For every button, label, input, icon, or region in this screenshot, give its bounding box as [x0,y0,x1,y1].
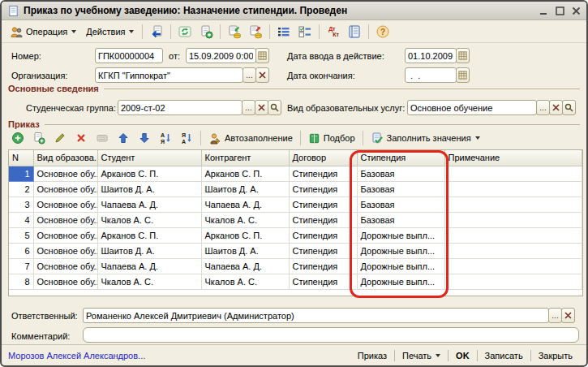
column-header-contract[interactable]: Договор [289,150,357,166]
student-group-input[interactable] [118,100,242,115]
cell-education-type[interactable]: Основное обу... [33,258,97,274]
cell-note[interactable] [444,274,582,289]
cell-note[interactable] [444,227,582,243]
cell-note[interactable] [444,196,582,212]
cell-education-type[interactable]: Основное обу... [33,181,97,196]
student-group-open-button[interactable] [268,100,281,115]
table-row[interactable]: 5 Основное обу... Арканов С. П. Арканов … [9,227,582,243]
cell-contractor[interactable]: Шаитов Д. А. [201,181,289,196]
column-header-note[interactable]: Примечание [444,150,582,166]
responsible-select-button[interactable]: ... [548,308,562,323]
sort-ascending-button[interactable]: АЯ [156,129,175,147]
cell-n[interactable]: 8 [9,274,33,289]
cell-student[interactable]: Чапаева А. Д. [97,258,201,274]
cell-scholarship[interactable]: Дорожные выпл... [357,258,444,274]
cell-student[interactable]: Чкалов А. С. [97,212,201,227]
refresh-button[interactable] [175,23,195,41]
cell-contractor[interactable]: Арканов С. П. [201,227,289,243]
cell-n[interactable]: 5 [9,227,33,243]
effective-date-input[interactable] [405,48,457,63]
new-document-button[interactable] [196,23,216,41]
student-group-clear-button[interactable] [255,100,268,115]
cell-contract[interactable]: Стипендия [289,243,357,258]
cell-scholarship[interactable]: Базовая [357,196,444,212]
checklist-button[interactable] [295,23,315,41]
cell-education-type[interactable]: Основное обу... [33,196,97,212]
responsible-input[interactable] [83,308,549,323]
table-row[interactable]: 8 Основное обу... Чкалов А. С. Чкалов А.… [9,274,582,289]
fill-values-button[interactable]: Заполнить значения [367,130,483,147]
column-header-student[interactable]: Студент [97,150,201,166]
student-group-select-button[interactable]: ... [242,100,255,115]
close-button[interactable] [572,6,581,15]
cell-student[interactable]: Чкалов А. С. [97,274,201,289]
edit-row-button[interactable] [50,129,70,147]
table-row[interactable]: 2 Основное обу... Шаитов Д. А. Шаитов Д.… [9,181,582,196]
dtkt-button[interactable]: ДтКт [324,23,343,41]
effective-calendar-button[interactable] [456,48,470,63]
cell-n[interactable]: 1 [9,166,33,181]
operation-menu-button[interactable]: Операция [6,23,80,41]
autofill-button[interactable]: Автозаполнение [205,130,296,147]
number-input[interactable] [95,48,163,63]
cell-contract[interactable]: Стипендия [289,274,357,289]
cell-contract[interactable]: Стипендия [289,227,357,243]
cell-contractor[interactable]: Чапаева А. Д. [201,258,289,274]
unpost-document-button[interactable] [246,23,265,41]
cell-contract[interactable]: Стипендия [289,181,357,196]
column-header-contractor[interactable]: Контрагент [201,150,289,166]
comment-input[interactable] [83,327,579,343]
copy-row-button[interactable] [29,129,49,147]
education-type-open-button[interactable] [562,100,576,115]
cell-student[interactable]: Арканов С. П. [97,227,201,243]
cell-note[interactable] [444,258,582,274]
from-date-input[interactable] [186,48,256,63]
responsible-clear-button[interactable] [561,308,575,323]
print-button[interactable]: Печать [395,351,448,361]
cell-contractor[interactable]: Чкалов А. С. [201,212,289,227]
cell-n[interactable]: 4 [9,212,33,227]
end-calendar-button[interactable] [456,67,470,83]
table-row[interactable]: 7 Основное обу... Чапаева А. Д. Чапаева … [9,258,582,274]
cell-education-type[interactable]: Основное обу... [33,243,97,258]
table-row[interactable]: 4 Основное обу... Чкалов А. С. Чкалов А.… [9,212,582,227]
delete-row-button[interactable] [71,129,91,147]
education-type-select-button[interactable]: ... [536,100,550,115]
cell-note[interactable] [444,212,582,227]
cell-student[interactable]: Шаитов Д. А. [97,243,201,258]
maximize-button[interactable] [556,6,564,15]
cell-contractor[interactable]: Арканов С. П. [201,166,289,181]
organization-input[interactable] [95,67,243,83]
table-row[interactable]: 6 Основное обу... Шаитов Д. А. Шаитов Д.… [9,243,582,258]
cell-contract[interactable]: Стипендия [289,196,357,212]
post-document-button[interactable] [225,23,244,41]
cell-note[interactable] [444,243,582,258]
help-button[interactable]: ? [373,23,393,41]
minimize-button[interactable] [539,6,548,15]
move-up-button[interactable] [114,129,133,147]
cell-n[interactable]: 3 [9,196,33,212]
actions-menu-button[interactable]: Действия [82,23,138,41]
organization-clear-button[interactable] [255,67,269,83]
cell-contract[interactable]: Стипендия [289,166,357,181]
cell-contractor[interactable]: Шаитов Д. А. [201,243,289,258]
journal-button[interactable] [345,23,364,41]
education-type-input[interactable] [407,100,537,115]
cell-scholarship[interactable]: Дорожные выпл... [357,274,444,289]
table-row[interactable]: 1 Основное обу... Арканов С. П. Арканов … [9,166,582,181]
pick-button[interactable]: Подбор [305,130,358,147]
cell-education-type[interactable]: Основное обу... [33,212,97,227]
cell-student[interactable]: Шаитов Д. А. [97,181,201,196]
order-print-button[interactable]: Приказ [350,351,394,361]
cell-note[interactable] [444,166,582,181]
cell-education-type[interactable]: Основное обу... [33,227,97,243]
cell-education-type[interactable]: Основное обу... [33,274,97,289]
table-row[interactable]: 3 Основное обу... Чапаева А. Д. Чапаева … [9,196,582,212]
cell-n[interactable]: 7 [9,258,33,274]
education-type-clear-button[interactable] [549,100,563,115]
cell-contract[interactable]: Стипендия [289,212,357,227]
cell-scholarship[interactable]: Дорожные выпл... [357,227,444,243]
cell-contract[interactable]: Стипендия [289,258,357,274]
cell-scholarship[interactable]: Базовая [357,181,444,196]
cell-education-type[interactable]: Основное обу... [33,166,97,181]
